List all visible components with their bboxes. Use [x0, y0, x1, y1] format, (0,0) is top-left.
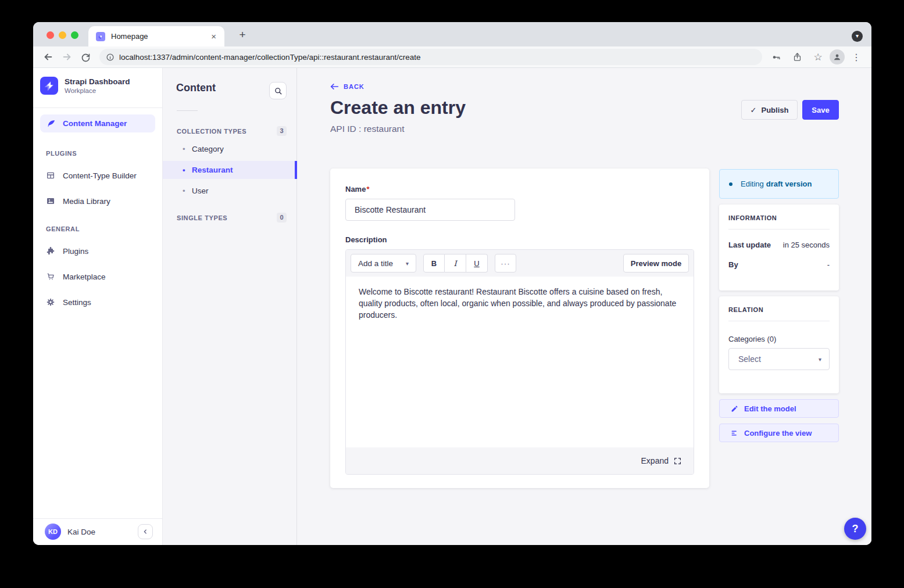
- user-row: KD Kai Doe: [45, 523, 153, 540]
- help-button[interactable]: ?: [844, 518, 866, 540]
- bold-label: B: [431, 259, 437, 268]
- publish-label: Publish: [761, 106, 788, 114]
- panel-divider: [728, 229, 830, 230]
- group-single-types: SINGLE TYPES: [177, 214, 227, 221]
- bookmark-star-icon[interactable]: ☆: [810, 49, 826, 65]
- collapse-sidebar-button[interactable]: [138, 524, 153, 539]
- more-formats-button[interactable]: ···: [495, 254, 516, 273]
- check-icon: ✓: [751, 106, 757, 114]
- sidebar-item-settings[interactable]: Settings: [46, 296, 91, 308]
- name-input[interactable]: [345, 199, 515, 221]
- sidebar-item-content-type-builder[interactable]: Content-Type Builder: [46, 170, 137, 181]
- url-text: localhost:1337/admin/content-manager/col…: [119, 53, 421, 62]
- address-bar[interactable]: localhost:1337/admin/content-manager/col…: [99, 49, 762, 65]
- api-id-subtitle: API ID : restaurant: [330, 124, 405, 134]
- select-placeholder: Select: [738, 354, 761, 364]
- preview-mode-button[interactable]: Preview mode: [623, 254, 689, 273]
- password-key-icon[interactable]: [768, 49, 784, 65]
- underline-button[interactable]: U: [466, 254, 488, 273]
- name-label-text: Name: [345, 185, 366, 193]
- chevron-down-icon: ▾: [819, 356, 821, 363]
- content-subnav: Content COLLECTION TYPES 3 • Category • …: [163, 68, 297, 545]
- bullet-icon: •: [183, 145, 185, 153]
- minimize-window-button[interactable]: [59, 31, 66, 39]
- editor-footer: Expand: [346, 447, 694, 474]
- workspace-switcher[interactable]: Strapi Dashboard Workplace: [40, 77, 130, 95]
- italic-label: I: [453, 259, 456, 268]
- expand-icon[interactable]: [674, 457, 681, 465]
- tab-title: Homepage: [111, 32, 211, 41]
- underline-label: U: [474, 259, 479, 268]
- save-label: Save: [812, 106, 829, 114]
- rich-text-editor: Add a title ▾ B I U ··· Preview mode: [345, 249, 694, 475]
- back-icon[interactable]: [40, 49, 56, 65]
- search-button[interactable]: [269, 82, 287, 99]
- name-field-label: Name*: [345, 185, 694, 193]
- browser-toolbar: localhost:1337/admin/content-manager/col…: [33, 46, 871, 68]
- site-info-icon[interactable]: [106, 53, 115, 62]
- browser-menu-icon[interactable]: ⋮: [848, 49, 864, 65]
- draft-prefix: Editing: [741, 180, 764, 188]
- subnav-item-label: Category: [192, 145, 224, 153]
- pencil-icon: [731, 405, 738, 413]
- sidebar-item-label: Settings: [63, 298, 91, 307]
- sidebar-item-media-library[interactable]: Media Library: [46, 195, 110, 207]
- strapi-favicon-icon: [96, 32, 105, 41]
- status-dot-icon: [729, 182, 733, 186]
- publish-button[interactable]: ✓ Publish: [741, 100, 798, 120]
- entry-form-card: Name* Description Add a title ▾ B I U: [330, 168, 709, 488]
- italic-button[interactable]: I: [445, 254, 466, 273]
- subnav-title: Content: [176, 82, 216, 94]
- main-content: BACK Create an entry API ID : restaurant…: [297, 68, 871, 545]
- sidebar-item-plugins[interactable]: Plugins: [46, 245, 88, 257]
- subnav-item-category[interactable]: • Category: [163, 140, 296, 158]
- configure-bars-icon: [731, 429, 738, 437]
- browser-tab[interactable]: Homepage ×: [88, 26, 224, 46]
- subnav-item-label: Restaurant: [192, 166, 233, 174]
- sidebar-item-label: Content-Type Builder: [63, 171, 137, 180]
- browser-profile-icon[interactable]: [830, 49, 845, 64]
- zoom-window-button[interactable]: [71, 31, 78, 39]
- share-icon[interactable]: [789, 49, 805, 65]
- window-controls: [47, 31, 78, 39]
- draft-emphasis: draft version: [766, 180, 812, 188]
- workspace-name: Workplace: [65, 87, 130, 94]
- back-link[interactable]: BACK: [330, 83, 365, 90]
- back-label: BACK: [344, 83, 365, 90]
- avatar[interactable]: KD: [45, 524, 61, 540]
- edit-model-button[interactable]: Edit the model: [719, 399, 839, 418]
- puzzle-icon: [46, 246, 55, 256]
- tab-close-icon[interactable]: ×: [211, 32, 216, 41]
- sidebar-item-marketplace[interactable]: Marketplace: [46, 271, 106, 282]
- subnav-item-user[interactable]: • User: [163, 182, 296, 200]
- page-title: Create an entry: [330, 97, 466, 119]
- by-label: By: [728, 260, 738, 269]
- reload-icon[interactable]: [77, 49, 94, 65]
- close-window-button[interactable]: [47, 31, 54, 39]
- user-name: Kai Doe: [67, 528, 95, 536]
- expand-label[interactable]: Expand: [641, 456, 669, 465]
- browser-tab-strip: Homepage × + ▾: [33, 22, 871, 46]
- required-asterisk: *: [366, 185, 369, 193]
- by-value: -: [827, 260, 830, 269]
- format-button-group: B I U: [423, 254, 488, 273]
- sidebar-divider: [33, 107, 162, 108]
- relation-title: RELATION: [728, 306, 830, 313]
- subnav-divider: [177, 110, 198, 111]
- sidebar-item-label: Media Library: [63, 197, 110, 206]
- preview-mode-label: Preview mode: [631, 259, 681, 268]
- categories-select[interactable]: Select ▾: [728, 348, 830, 370]
- cart-icon: [46, 272, 55, 281]
- new-tab-button[interactable]: +: [235, 27, 250, 42]
- title-style-dropdown[interactable]: Add a title ▾: [351, 254, 416, 273]
- strapi-app: Strapi Dashboard Workplace Content Manag…: [33, 68, 871, 545]
- save-button[interactable]: Save: [802, 100, 839, 120]
- description-textarea[interactable]: Welcome to Biscotte restaurant! Restaura…: [346, 277, 694, 447]
- bold-button[interactable]: B: [423, 254, 445, 273]
- collection-types-count-badge: 3: [277, 126, 287, 136]
- tab-search-icon[interactable]: ▾: [852, 31, 863, 42]
- sidebar-item-label: Marketplace: [63, 273, 106, 281]
- configure-view-button[interactable]: Configure the view: [719, 424, 839, 442]
- sidebar-item-content-manager[interactable]: Content Manager: [40, 114, 155, 132]
- subnav-item-restaurant[interactable]: • Restaurant: [163, 161, 296, 179]
